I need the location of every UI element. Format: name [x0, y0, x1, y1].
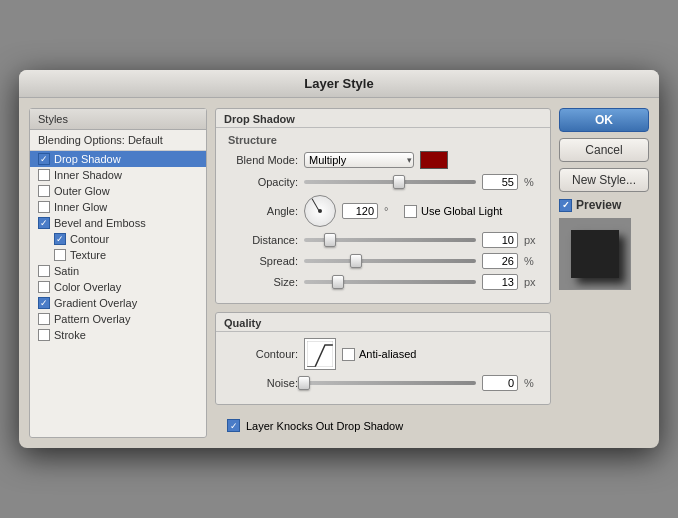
ok-button[interactable]: OK [559, 108, 649, 132]
sidebar-item-color-overlay[interactable]: Color Overlay [30, 279, 206, 295]
sidebar-item-contour[interactable]: ✓Contour [30, 231, 206, 247]
sidebar-label-drop-shadow: Drop Shadow [54, 153, 121, 165]
checkbox-stroke[interactable] [38, 329, 50, 341]
sidebar-item-inner-shadow[interactable]: Inner Shadow [30, 167, 206, 183]
blend-mode-label: Blend Mode: [228, 154, 298, 166]
anti-aliased-checkbox[interactable] [342, 348, 355, 361]
noise-slider-track[interactable] [304, 381, 476, 385]
contour-thumbnail[interactable] [304, 338, 336, 370]
checkbox-bevel-emboss[interactable]: ✓ [38, 217, 50, 229]
quality-content: Contour: Anti-aliased [216, 331, 550, 404]
distance-slider-thumb[interactable] [324, 233, 336, 247]
checkbox-outer-glow[interactable] [38, 185, 50, 197]
distance-input[interactable] [482, 232, 518, 248]
section-main-title: Drop Shadow [216, 109, 550, 127]
sidebar-label-satin: Satin [54, 265, 79, 277]
size-row: Size: px [228, 274, 538, 290]
structure-sub-title: Structure [228, 134, 538, 146]
sidebar-item-texture[interactable]: Texture [30, 247, 206, 263]
sidebar-item-inner-glow[interactable]: Inner Glow [30, 199, 206, 215]
title-bar: Layer Style [19, 70, 659, 98]
sidebar-label-color-overlay: Color Overlay [54, 281, 121, 293]
contour-label: Contour: [228, 348, 298, 360]
checkbox-contour[interactable]: ✓ [54, 233, 66, 245]
opacity-slider-track[interactable] [304, 180, 476, 184]
checkbox-drop-shadow[interactable]: ✓ [38, 153, 50, 165]
distance-slider-track[interactable] [304, 238, 476, 242]
global-light-checkbox[interactable] [404, 205, 417, 218]
sidebar-item-outer-glow[interactable]: Outer Glow [30, 183, 206, 199]
angle-widget[interactable] [304, 195, 336, 227]
spread-unit: % [524, 255, 538, 267]
right-panel: OK Cancel New Style... ✓ Preview [559, 108, 649, 438]
sidebar-item-gradient-overlay[interactable]: ✓Gradient Overlay [30, 295, 206, 311]
color-swatch[interactable] [420, 151, 448, 169]
global-light-label: Use Global Light [421, 205, 502, 217]
styles-header: Styles [30, 109, 206, 130]
structure-content: Structure Blend Mode: NormalDissolveMult… [216, 127, 550, 303]
preview-label-text: Preview [576, 198, 621, 212]
spread-label: Spread: [228, 255, 298, 267]
sidebar-label-gradient-overlay: Gradient Overlay [54, 297, 137, 309]
spread-row: Spread: % [228, 253, 538, 269]
contour-row: Contour: Anti-aliased [228, 338, 538, 370]
sidebar-label-outer-glow: Outer Glow [54, 185, 110, 197]
left-panel: Styles Blending Options: Default ✓Drop S… [29, 108, 207, 438]
size-unit: px [524, 276, 538, 288]
new-style-button[interactable]: New Style... [559, 168, 649, 192]
structure-section: Drop Shadow Structure Blend Mode: Normal… [215, 108, 551, 304]
noise-slider-thumb[interactable] [298, 376, 310, 390]
sidebar-item-drop-shadow[interactable]: ✓Drop Shadow [30, 151, 206, 167]
sidebar-label-bevel-emboss: Bevel and Emboss [54, 217, 146, 229]
preview-inner-box [571, 230, 619, 278]
opacity-slider-thumb[interactable] [393, 175, 405, 189]
checkbox-inner-glow[interactable] [38, 201, 50, 213]
noise-label: Noise: [228, 377, 298, 389]
noise-row: Noise: % [228, 375, 538, 391]
distance-slider-container [304, 238, 476, 242]
noise-input[interactable] [482, 375, 518, 391]
checkbox-gradient-overlay[interactable]: ✓ [38, 297, 50, 309]
checkbox-pattern-overlay[interactable] [38, 313, 50, 325]
sidebar-item-satin[interactable]: Satin [30, 263, 206, 279]
contour-curve-icon [307, 341, 333, 367]
size-slider-thumb[interactable] [332, 275, 344, 289]
quality-section: Quality Contour: [215, 312, 551, 405]
opacity-label: Opacity: [228, 176, 298, 188]
anti-aliased-wrapper: Anti-aliased [342, 348, 416, 361]
sidebar-label-texture: Texture [70, 249, 106, 261]
cancel-button[interactable]: Cancel [559, 138, 649, 162]
angle-input[interactable] [342, 203, 378, 219]
dialog-title: Layer Style [304, 76, 373, 91]
opacity-row: Opacity: % [228, 174, 538, 190]
layer-style-dialog: Layer Style Styles Blending Options: Def… [19, 70, 659, 448]
spread-slider-thumb[interactable] [350, 254, 362, 268]
sidebar-item-stroke[interactable]: Stroke [30, 327, 206, 343]
sidebar-label-inner-shadow: Inner Shadow [54, 169, 122, 181]
size-slider-track[interactable] [304, 280, 476, 284]
blend-mode-select[interactable]: NormalDissolveMultiplyScreenOverlaySoft … [304, 152, 414, 168]
quality-title: Quality [216, 313, 550, 331]
checkbox-texture[interactable] [54, 249, 66, 261]
noise-slider-container [304, 381, 476, 385]
layer-knocks-checkbox[interactable]: ✓ [227, 419, 240, 432]
opacity-input[interactable] [482, 174, 518, 190]
spread-slider-track[interactable] [304, 259, 476, 263]
blend-mode-wrapper[interactable]: NormalDissolveMultiplyScreenOverlaySoft … [304, 152, 414, 168]
noise-unit: % [524, 377, 538, 389]
checkbox-satin[interactable] [38, 265, 50, 277]
angle-label: Angle: [228, 205, 298, 217]
opacity-slider-container [304, 180, 476, 184]
checkbox-inner-shadow[interactable] [38, 169, 50, 181]
sidebar-label-contour: Contour [70, 233, 109, 245]
spread-input[interactable] [482, 253, 518, 269]
main-panel: Drop Shadow Structure Blend Mode: Normal… [215, 108, 551, 438]
preview-box [559, 218, 631, 290]
sidebar-item-pattern-overlay[interactable]: Pattern Overlay [30, 311, 206, 327]
size-input[interactable] [482, 274, 518, 290]
sidebar-item-bevel-emboss[interactable]: ✓Bevel and Emboss [30, 215, 206, 231]
preview-checkbox[interactable]: ✓ [559, 199, 572, 212]
global-light-wrapper: Use Global Light [404, 205, 502, 218]
blending-options-row[interactable]: Blending Options: Default [30, 130, 206, 151]
checkbox-color-overlay[interactable] [38, 281, 50, 293]
